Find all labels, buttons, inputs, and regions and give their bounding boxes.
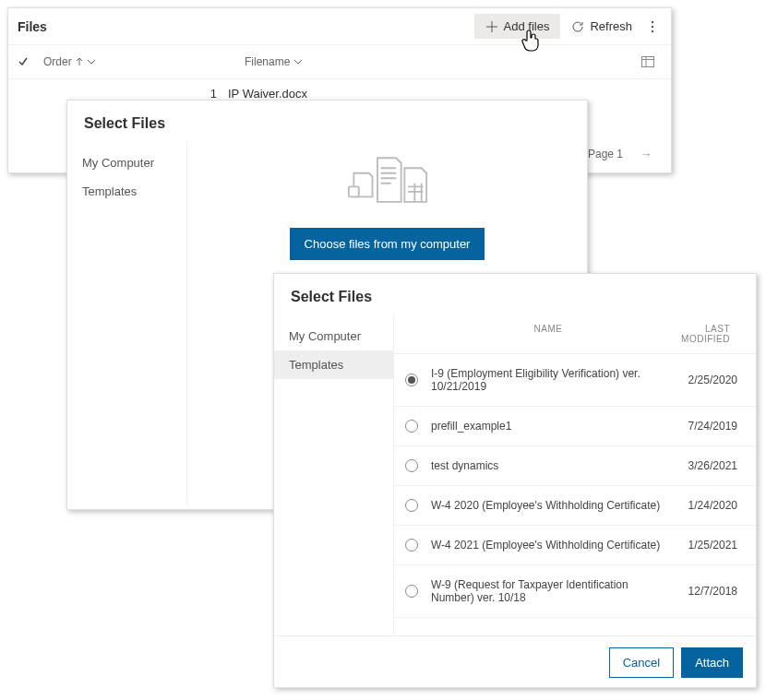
choose-files-button[interactable]: Choose files from my computer — [290, 228, 485, 260]
sidebar-item-my-computer[interactable]: My Computer — [274, 322, 393, 350]
select-all-checkbox[interactable] — [18, 56, 43, 67]
template-table-header: NAME LAST MODIFIED — [394, 314, 756, 354]
arrow-right-icon: → — [640, 147, 652, 161]
svg-point-1 — [652, 25, 653, 27]
add-files-button[interactable]: Add files — [474, 14, 561, 39]
plus-icon — [485, 20, 498, 33]
documents-illustration-icon — [337, 150, 438, 215]
radio-button[interactable] — [405, 585, 418, 598]
sidebar-item-my-computer[interactable]: My Computer — [67, 148, 186, 177]
template-row[interactable]: W-4 2020 (Employee's Withholding Certifi… — [394, 486, 756, 526]
files-header: Files Add files Refresh — [8, 8, 671, 45]
template-modified-date: 2/25/2020 — [673, 374, 737, 386]
dialog-sidebar: My Computer Templates — [67, 141, 187, 505]
column-header-modified[interactable]: LAST MODIFIED — [665, 324, 730, 344]
column-order-label: Order — [43, 55, 72, 68]
template-name: W-4 2021 (Employee's Withholding Certifi… — [431, 539, 673, 552]
template-name: W-4 2020 (Employee's Withholding Certifi… — [431, 499, 673, 512]
template-modified-date: 7/24/2019 — [673, 420, 737, 433]
dialog-sidebar: My Computer Templates — [274, 314, 394, 635]
attach-button[interactable]: Attach — [681, 647, 743, 678]
template-name: prefill_example1 — [431, 420, 673, 433]
more-vertical-icon — [651, 20, 654, 33]
files-column-headers: Order Filename — [8, 45, 671, 79]
cancel-button[interactable]: Cancel — [609, 647, 674, 678]
refresh-button[interactable]: Refresh — [560, 14, 643, 39]
svg-point-2 — [652, 30, 653, 31]
template-modified-date: 1/25/2021 — [673, 539, 737, 552]
select-files-dialog-templates: Select Files My Computer Templates NAME … — [273, 273, 757, 688]
refresh-icon — [571, 20, 584, 33]
more-menu-button[interactable] — [643, 15, 662, 39]
dialog-footer: Cancel Attach — [274, 635, 756, 689]
template-name: test dynamics — [431, 459, 673, 472]
template-name: W-9 (Request for Taxpayer Identification… — [431, 578, 673, 604]
column-header-name[interactable]: NAME — [431, 324, 665, 344]
page-label: Page 1 — [588, 148, 623, 160]
column-header-order[interactable]: Order — [43, 55, 228, 68]
dialog-main: NAME LAST MODIFIED I-9 (Employment Eligi… — [394, 314, 756, 635]
row-order: 1 — [43, 87, 228, 101]
refresh-label: Refresh — [590, 19, 632, 33]
column-picker-icon — [641, 56, 654, 67]
template-modified-date: 3/26/2021 — [673, 459, 737, 472]
dialog-title: Select Files — [274, 274, 756, 314]
template-row[interactable]: W-4 2021 (Employee's Withholding Certifi… — [394, 526, 756, 565]
radio-button[interactable] — [405, 374, 418, 386]
template-modified-date: 1/24/2020 — [673, 499, 737, 512]
svg-rect-4 — [348, 186, 358, 196]
svg-rect-3 — [642, 57, 654, 67]
next-page-button[interactable]: → — [632, 143, 660, 165]
template-row[interactable]: prefill_example17/24/2019 — [394, 407, 756, 446]
template-rows-container[interactable]: I-9 (Employment Eligibility Verification… — [394, 354, 756, 635]
row-filename: IP Waiver.docx — [228, 87, 307, 101]
sidebar-item-templates[interactable]: Templates — [67, 177, 186, 206]
chevron-down-icon — [87, 59, 96, 65]
files-title: Files — [18, 19, 47, 34]
sort-asc-icon — [76, 57, 83, 66]
template-row[interactable]: W-9 (Request for Taxpayer Identification… — [394, 565, 756, 618]
radio-button[interactable] — [405, 539, 418, 552]
dialog-title: Select Files — [67, 101, 587, 141]
sidebar-item-templates[interactable]: Templates — [274, 350, 393, 379]
template-row[interactable]: I-9 (Employment Eligibility Verification… — [394, 354, 756, 407]
template-row[interactable]: test dynamics3/26/2021 — [394, 446, 756, 486]
column-filename-label: Filename — [245, 55, 290, 68]
column-header-filename[interactable]: Filename — [245, 55, 303, 68]
column-picker-button[interactable] — [634, 51, 662, 73]
radio-button[interactable] — [405, 499, 418, 512]
template-modified-date: 12/7/2018 — [673, 585, 737, 598]
template-name: I-9 (Employment Eligibility Verification… — [431, 367, 673, 393]
radio-button[interactable] — [405, 420, 418, 433]
svg-point-0 — [652, 20, 653, 22]
chevron-down-icon — [293, 59, 303, 65]
add-files-label: Add files — [504, 19, 550, 33]
radio-button[interactable] — [405, 459, 418, 472]
